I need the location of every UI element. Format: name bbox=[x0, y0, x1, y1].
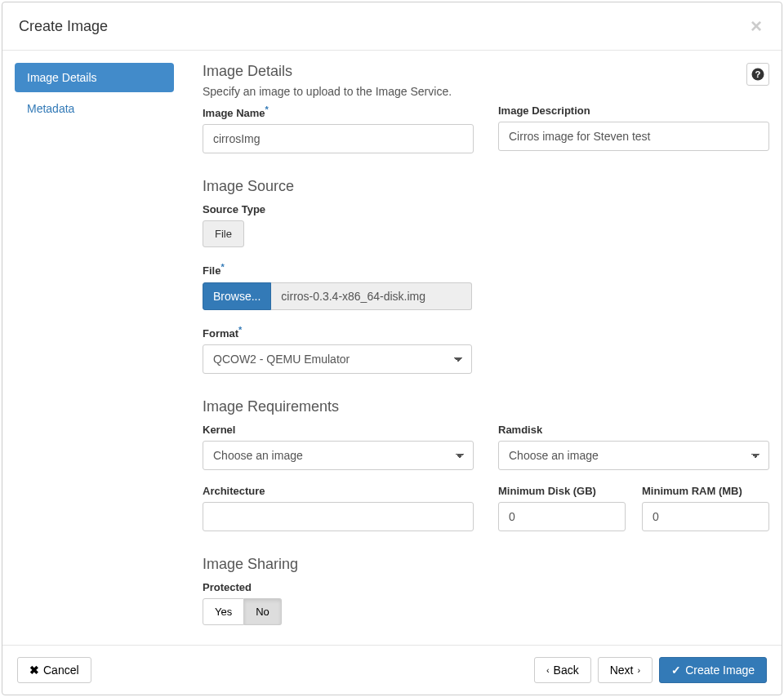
section-title-source: Image Source bbox=[203, 178, 769, 195]
label-kernel: Kernel bbox=[203, 424, 474, 436]
modal-title: Create Image bbox=[19, 18, 108, 35]
back-button[interactable]: ‹ Back bbox=[534, 657, 591, 683]
ramdisk-select[interactable]: Choose an image bbox=[498, 441, 769, 470]
cancel-button[interactable]: ✖ Cancel bbox=[17, 657, 91, 683]
help-icon: ? bbox=[751, 67, 765, 82]
file-input-group: Browse... cirros-0.3.4-x86_64-disk.img bbox=[203, 282, 472, 310]
sidebar-item-label: Metadata bbox=[27, 102, 74, 115]
check-icon bbox=[671, 664, 681, 677]
chevron-right-icon: › bbox=[638, 665, 641, 675]
label-image-description: Image Description bbox=[498, 104, 769, 117]
label-source-type: Source Type bbox=[203, 203, 769, 215]
image-description-input[interactable] bbox=[498, 122, 769, 151]
protected-toggle: Yes No bbox=[203, 598, 282, 625]
label-protected: Protected bbox=[203, 581, 769, 593]
modal-footer: ✖ Cancel ‹ Back Next › Create Image bbox=[2, 645, 782, 695]
section-subtitle: Specify an image to upload to the Image … bbox=[203, 85, 769, 98]
image-name-input[interactable] bbox=[203, 124, 474, 153]
chevron-left-icon: ‹ bbox=[546, 665, 550, 675]
required-star-icon: * bbox=[238, 325, 242, 335]
close-button[interactable]: × bbox=[747, 15, 765, 38]
modal-body: Image Details Metadata ? Image Details S… bbox=[2, 51, 782, 645]
sidebar-item-image-details[interactable]: Image Details bbox=[15, 63, 174, 92]
kernel-select[interactable]: Choose an image bbox=[203, 441, 474, 470]
source-type-value[interactable]: File bbox=[203, 220, 244, 247]
section-title-details: Image Details bbox=[203, 63, 769, 80]
wizard-content: ? Image Details Specify an image to uplo… bbox=[186, 63, 769, 633]
min-disk-input[interactable] bbox=[498, 502, 626, 531]
label-min-ram: Minimum RAM (MB) bbox=[642, 485, 769, 497]
architecture-input[interactable] bbox=[203, 502, 474, 531]
label-min-disk: Minimum Disk (GB) bbox=[498, 485, 626, 497]
label-ramdisk: Ramdisk bbox=[498, 424, 769, 436]
svg-text:?: ? bbox=[755, 69, 761, 79]
x-icon: ✖ bbox=[29, 664, 39, 677]
section-title-requirements: Image Requirements bbox=[203, 398, 769, 415]
min-ram-input[interactable] bbox=[642, 502, 769, 531]
create-image-button[interactable]: Create Image bbox=[659, 657, 767, 683]
help-button[interactable]: ? bbox=[746, 63, 769, 86]
protected-no-button[interactable]: No bbox=[244, 598, 282, 625]
file-name-display: cirros-0.3.4-x86_64-disk.img bbox=[271, 282, 472, 310]
next-button[interactable]: Next › bbox=[598, 657, 653, 683]
create-image-modal: Create Image × Image Details Metadata ? … bbox=[2, 2, 782, 695]
close-icon: × bbox=[751, 15, 762, 37]
browse-button[interactable]: Browse... bbox=[203, 282, 271, 310]
format-select[interactable]: QCOW2 - QEMU Emulator bbox=[203, 344, 472, 374]
required-star-icon: * bbox=[220, 262, 224, 272]
label-architecture: Architecture bbox=[203, 485, 474, 497]
required-star-icon: * bbox=[265, 104, 269, 114]
protected-yes-button[interactable]: Yes bbox=[203, 598, 244, 625]
wizard-sidebar: Image Details Metadata bbox=[15, 63, 186, 633]
label-file: File* bbox=[203, 262, 769, 277]
label-image-name: Image Name* bbox=[203, 104, 474, 119]
modal-header: Create Image × bbox=[2, 2, 782, 51]
sidebar-item-label: Image Details bbox=[27, 71, 97, 84]
section-title-sharing: Image Sharing bbox=[203, 556, 769, 573]
label-format: Format* bbox=[203, 325, 769, 340]
sidebar-item-metadata[interactable]: Metadata bbox=[15, 94, 174, 123]
